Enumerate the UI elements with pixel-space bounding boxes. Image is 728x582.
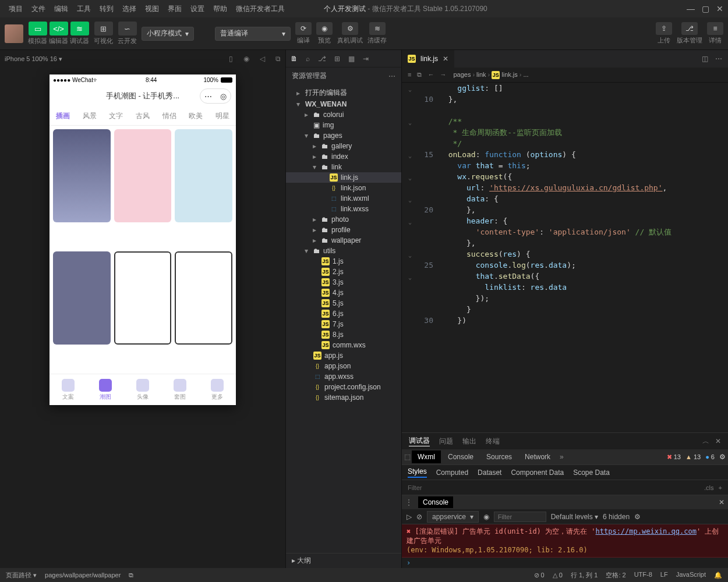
- filter-input[interactable]: Filter: [408, 484, 422, 491]
- toggle-icon[interactable]: ⋮: [405, 498, 412, 506]
- compile-button[interactable]: ⟳: [295, 22, 312, 35]
- devtools-tab[interactable]: Wxml: [412, 450, 441, 463]
- tree-item[interactable]: ⬚link.wxss: [286, 204, 401, 214]
- devtools-tab[interactable]: Console: [442, 450, 479, 463]
- add-icon[interactable]: +: [719, 484, 722, 491]
- debugger-button[interactable]: ≋: [70, 22, 89, 36]
- console-tab[interactable]: Console: [418, 496, 453, 508]
- status-item[interactable]: 行 1, 列 1: [571, 571, 598, 580]
- bookmark-icon[interactable]: ⧉: [417, 71, 422, 79]
- simulator-button[interactable]: ▭: [29, 22, 47, 36]
- outline-section[interactable]: ▸ 大纲: [286, 553, 401, 568]
- panel-tab[interactable]: 输出: [462, 436, 476, 446]
- tree-item[interactable]: JS1.js: [286, 256, 401, 267]
- menu-item[interactable]: 视图: [141, 2, 163, 16]
- tabbar-item[interactable]: 头像: [136, 379, 149, 401]
- avatar[interactable]: [5, 24, 23, 43]
- search-icon[interactable]: ⌕: [306, 55, 310, 63]
- tree-item[interactable]: JS2.js: [286, 267, 401, 277]
- menu-item[interactable]: 界面: [164, 2, 186, 16]
- device-icon[interactable]: ▯: [229, 55, 233, 63]
- preview-button[interactable]: ◉: [316, 22, 333, 35]
- tree-item[interactable]: JS8.js: [286, 329, 401, 340]
- warning-count[interactable]: △ 0: [553, 572, 563, 579]
- list-icon[interactable]: ≡: [408, 71, 411, 79]
- editor-button[interactable]: </>: [50, 22, 68, 36]
- tree-item[interactable]: ▾🖿pages: [286, 130, 401, 141]
- category-tab[interactable]: 明星: [215, 111, 229, 121]
- category-tab[interactable]: 情侣: [162, 111, 176, 121]
- info-badge[interactable]: ● 6: [705, 453, 715, 460]
- tree-item[interactable]: {}app.json: [286, 361, 401, 371]
- version-button[interactable]: ⎇: [681, 22, 698, 35]
- capsule-menu[interactable]: ⋯: [200, 89, 215, 103]
- upload-button[interactable]: ⇪: [656, 22, 672, 35]
- status-item[interactable]: UTF-8: [634, 571, 652, 580]
- page-path-select[interactable]: 页面路径 ▾: [6, 571, 37, 580]
- files-icon[interactable]: 🗎: [291, 55, 298, 63]
- tabbar-item[interactable]: 文案: [62, 379, 75, 401]
- tree-item[interactable]: ▸🖿gallery: [286, 141, 401, 151]
- tree-item[interactable]: ⬚link.wxml: [286, 193, 401, 204]
- more-icon[interactable]: ⋯: [715, 55, 722, 63]
- close-tab-icon[interactable]: ✕: [443, 55, 448, 63]
- devtools-tab[interactable]: Network: [519, 450, 556, 463]
- styles-tab[interactable]: Dataset: [478, 469, 501, 477]
- record-icon[interactable]: ◉: [243, 55, 249, 63]
- tree-section[interactable]: ▾WX_WENAN: [286, 99, 401, 109]
- tabbar-item[interactable]: 套图: [174, 379, 186, 401]
- forward-icon[interactable]: →: [440, 71, 446, 79]
- category-tab[interactable]: 古风: [136, 111, 150, 121]
- tree-item[interactable]: ▸🖿profile: [286, 225, 401, 235]
- warn-badge[interactable]: ▲ 13: [685, 453, 701, 460]
- cls-toggle[interactable]: .cls: [704, 484, 714, 491]
- wallpaper-card[interactable]: [114, 129, 172, 222]
- tree-item[interactable]: ▾🖿link: [286, 162, 401, 172]
- panel-tab[interactable]: 问题: [439, 436, 453, 446]
- more-icon[interactable]: »: [560, 453, 564, 461]
- error-count[interactable]: ⊘ 0: [534, 572, 545, 579]
- tree-item[interactable]: JS4.js: [286, 288, 401, 298]
- branch-icon[interactable]: ⎇: [318, 55, 326, 63]
- devtools-tab[interactable]: Sources: [480, 450, 518, 463]
- panel-tab[interactable]: 终端: [486, 436, 500, 446]
- split-icon[interactable]: ⧉: [275, 55, 281, 63]
- inspect-icon[interactable]: ⬚: [404, 453, 411, 461]
- blocks-icon[interactable]: ⊞: [334, 55, 340, 63]
- tree-item[interactable]: {}link.json: [286, 183, 401, 193]
- context-select[interactable]: appservice ▾: [427, 511, 479, 523]
- tree-item[interactable]: ⬚app.wxss: [286, 371, 401, 382]
- hidden-count[interactable]: 6 hidden: [603, 513, 630, 521]
- menu-item[interactable]: 转到: [96, 2, 118, 16]
- tree-item[interactable]: ▸🖿index: [286, 151, 401, 162]
- back-icon[interactable]: ←: [427, 71, 434, 79]
- eye-icon[interactable]: ◉: [483, 513, 489, 521]
- more-icon[interactable]: ⋯: [388, 72, 395, 80]
- wallpaper-card[interactable]: [114, 251, 172, 345]
- capsule-close[interactable]: ◎: [215, 89, 231, 103]
- console-filter-input[interactable]: [494, 512, 546, 522]
- editor-tab[interactable]: JS link.js ✕: [402, 50, 454, 68]
- styles-tab[interactable]: Styles: [408, 467, 427, 478]
- tree-item[interactable]: ▸🖿colorui: [286, 109, 401, 120]
- tree-item[interactable]: ▸🖿wallpaper: [286, 235, 401, 246]
- tabbar-item[interactable]: 更多: [211, 379, 224, 401]
- wallpaper-card[interactable]: [53, 251, 111, 345]
- category-tab[interactable]: 插画: [56, 111, 70, 121]
- menu-item[interactable]: 文件: [27, 2, 50, 16]
- details-button[interactable]: ≡: [707, 22, 723, 35]
- clear-cache-button[interactable]: ≋: [369, 22, 386, 35]
- error-badge[interactable]: ✖ 13: [667, 453, 681, 461]
- menu-item[interactable]: 工具: [73, 2, 95, 16]
- tree-item[interactable]: JS5.js: [286, 298, 401, 308]
- close-icon[interactable]: ✕: [719, 498, 725, 506]
- category-tab[interactable]: 风景: [83, 111, 97, 121]
- tree-item[interactable]: JS3.js: [286, 277, 401, 288]
- menu-item[interactable]: 微信开发者工具: [232, 2, 289, 16]
- close-icon[interactable]: ✕: [716, 4, 723, 13]
- panel-tab[interactable]: 调试器: [409, 436, 430, 446]
- cloud-button[interactable]: ∽: [118, 22, 137, 36]
- layout-icon[interactable]: ▦: [348, 55, 355, 63]
- filter-icon[interactable]: ▷: [407, 513, 412, 521]
- visualize-button[interactable]: ⊞: [94, 22, 113, 36]
